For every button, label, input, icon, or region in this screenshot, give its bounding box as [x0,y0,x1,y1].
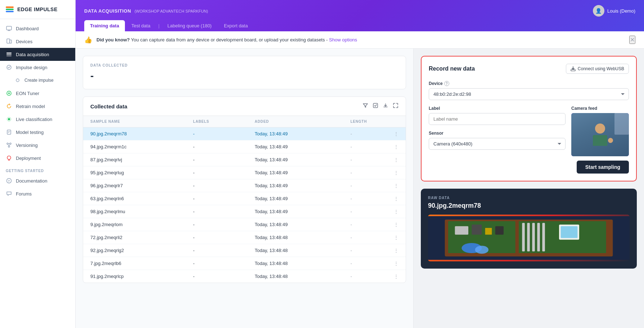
sample-name-cell: 95.jpg.2meqrlug [83,166,186,179]
table-row[interactable]: 91.jpg.2meqrlcp - Today, 13:48:48 - ⋮ [83,270,406,283]
sidebar-item-devices[interactable]: Devices [0,35,75,48]
expand-icon[interactable] [393,103,398,110]
label-col: Label Sensor Camera (640x480) [429,106,566,156]
row-menu-icon[interactable]: ⋮ [394,183,398,188]
table-row[interactable]: 94.jpg.2meqrm1c - Today, 13:48:49 - ⋮ [83,140,406,153]
sidebar-item-model-testing[interactable]: Model testing [0,126,75,139]
device-help-icon[interactable]: ? [444,81,449,86]
tab-labeling-queue[interactable]: Labeling queue (180) [162,20,217,31]
webusb-button[interactable]: Connect using WebUSB [566,64,629,74]
sample-name-cell: 63.jpg.2meqrln6 [83,192,186,205]
sidebar-navigation: Dashboard Devices Data acquisition Impul… [0,19,75,328]
label-camera-row: Label Sensor Camera (640x480) Camera fee… [429,106,629,156]
sidebar-item-eon-tuner[interactable]: EON Tuner [0,87,75,100]
added-cell: Today, 13:48:49 [248,166,343,179]
row-menu-icon[interactable]: ⋮ [394,222,398,227]
label-input[interactable] [429,113,566,125]
table-row[interactable]: 87.jpg.2meqrlvj - Today, 13:48:49 - ⋮ [83,153,406,166]
labels-cell: - [186,257,247,270]
webusb-button-label: Connect using WebUSB [578,66,624,71]
sidebar-item-dashboard[interactable]: Dashboard [0,22,75,35]
record-new-data-card: Record new data Connect using WebUSB Dev… [421,56,637,181]
added-cell: Today, 13:48:48 [248,270,343,283]
svg-rect-4 [10,40,12,43]
table-row[interactable]: 98.jpg.2meqrlmu - Today, 13:48:49 - ⋮ [83,205,406,218]
added-cell: Today, 13:48:49 [248,179,343,192]
sidebar-item-label-eon-tuner: EON Tuner [16,91,39,96]
table-row[interactable]: 7.jpg.2meqrlb6 - Today, 13:48:48 - ⋮ [83,257,406,270]
tab-export-data[interactable]: Export data [218,20,254,31]
sidebar-item-create-impulse[interactable]: Create impulse [0,74,75,87]
row-menu-icon[interactable]: ⋮ [394,131,398,136]
banner-link[interactable]: Show options [329,37,357,42]
data-table: SAMPLE NAME LABELS ADDED LENGTH 90.jpg.2… [83,116,406,283]
added-cell: Today, 13:48:48 [248,257,343,270]
labels-cell: - [186,218,247,231]
tab-training-data[interactable]: Training data [84,20,125,31]
svg-rect-37 [527,223,530,251]
logo-bar-green [6,9,14,10]
table-row[interactable]: 92.jpg.2meqrlg2 - Today, 13:48:48 - ⋮ [83,244,406,257]
row-menu-icon[interactable]: ⋮ [394,261,398,266]
col-added: ADDED [248,116,343,127]
row-menu-icon[interactable]: ⋮ [394,196,398,201]
col-labels: LABELS [186,116,247,127]
device-select[interactable]: 48:b0:2d:2e:d2:98 [429,88,629,100]
person-silhouette [593,123,607,146]
row-menu-icon[interactable]: ⋮ [394,248,398,253]
svg-point-11 [8,118,10,120]
row-menu-icon[interactable]: ⋮ [394,157,398,162]
sidebar-item-live-classification[interactable]: Live classification [0,113,75,126]
row-menu-icon[interactable]: ⋮ [394,144,398,149]
camera-person-bg [571,113,629,156]
sidebar-item-retrain-model[interactable]: Retrain model [0,100,75,113]
eon-icon [6,90,12,96]
sidebar: EDGE IMPULSE Dashboard Devices Data acqu… [0,0,76,328]
collected-data-title: Collected data [90,103,127,109]
sensor-form-row: Sensor Camera (640x480) [429,131,566,150]
sidebar-item-documentation[interactable]: ? Documentation [0,174,75,187]
data-collected-label: DATA COLLECTED [90,63,398,67]
checkbox-icon[interactable] [373,103,378,110]
svg-rect-42 [561,226,578,238]
row-menu-icon[interactable]: ⋮ [394,274,398,279]
svg-rect-39 [537,223,540,251]
filter-icon[interactable] [362,103,368,110]
start-sampling-button[interactable]: Start sampling [577,161,629,174]
circle-icon [14,77,21,84]
table-row[interactable]: 95.jpg.2meqrlug - Today, 13:48:49 - ⋮ [83,166,406,179]
sidebar-item-label-documentation: Documentation [16,178,47,184]
camera-feed-image [571,113,629,156]
impulse-icon [6,64,12,71]
length-cell: - ⋮ [343,244,406,257]
table-row[interactable]: 63.jpg.2meqrln6 - Today, 13:48:49 - ⋮ [83,192,406,205]
added-cell: Today, 13:48:49 [248,140,343,153]
svg-rect-5 [6,53,12,54]
row-menu-icon[interactable]: ⋮ [394,209,398,214]
table-row[interactable]: 9.jpg.2meqrlom - Today, 13:48:49 - ⋮ [83,218,406,231]
length-cell: - ⋮ [343,127,406,140]
download-icon[interactable] [383,103,388,110]
row-menu-icon[interactable]: ⋮ [394,235,398,240]
tab-test-data[interactable]: Test data [126,20,156,31]
logo-bar-blue [6,11,14,12]
deploy-icon [6,155,12,161]
added-cell: Today, 13:48:49 [248,205,343,218]
banner-close-button[interactable]: ✕ [629,36,635,44]
svg-text:?: ? [8,179,10,183]
tab-divider: | [158,23,159,28]
row-menu-icon[interactable]: ⋮ [394,170,398,175]
table-row[interactable]: 72.jpg.2meqrli2 - Today, 13:48:48 - ⋮ [83,231,406,244]
sidebar-item-impulse-design[interactable]: Impulse design [0,61,75,74]
sidebar-item-forums[interactable]: Forums [0,187,75,200]
sensor-select[interactable]: Camera (640x480) [429,138,566,150]
sidebar-item-data-acquisition[interactable]: Data acquisition [0,48,75,61]
getting-started-label: GETTING STARTED [0,165,75,174]
sample-name-cell: 91.jpg.2meqrlcp [83,270,186,283]
sidebar-item-versioning[interactable]: Versioning [0,139,75,152]
table-row[interactable]: 90.jpg.2meqrm78 - Today, 13:48:49 - ⋮ [83,127,406,140]
sidebar-item-label-data-acquisition: Data acquisition [16,52,49,57]
sidebar-item-deployment[interactable]: Deployment [0,152,75,165]
svg-rect-0 [6,26,12,30]
table-row[interactable]: 96.jpg.2meqrlr7 - Today, 13:48:49 - ⋮ [83,179,406,192]
